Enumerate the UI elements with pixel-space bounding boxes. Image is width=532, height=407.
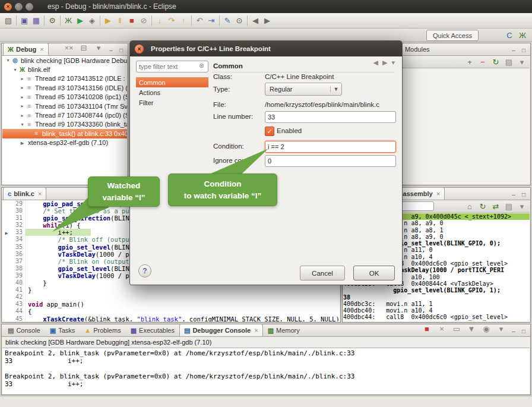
maximize-view-icon[interactable]: □ — [520, 191, 527, 198]
clear-filter-icon[interactable]: ⊗ — [199, 62, 204, 69]
cancel-button[interactable]: Cancel — [300, 266, 345, 280]
close-tab-icon[interactable]: × — [40, 46, 43, 53]
step-return-icon[interactable]: ↑ — [178, 15, 189, 27]
type-dropdown[interactable]: Regular ▼ — [265, 83, 342, 96]
save-all-icon[interactable]: ▦ — [30, 15, 42, 27]
tree-expander[interactable]: ▾ — [19, 122, 26, 127]
dialog-nav-actions[interactable]: Actions — [136, 87, 208, 97]
tab-memory[interactable]: ▥Memory — [263, 324, 305, 336]
cpp-perspective-icon[interactable]: C — [504, 29, 515, 41]
tab-console[interactable]: ▤Console — [3, 324, 45, 336]
tree-item[interactable]: ▾◎blink checking [GDB Hardware Debug — [2, 56, 127, 65]
debug-perspective-icon[interactable]: Ж — [517, 29, 528, 41]
view-menu-icon[interactable]: ▾ — [516, 200, 528, 212]
disasm-line[interactable]: vTaskDelay(1000 / portTICK_PERI — [343, 321, 530, 321]
last-edit-location-icon[interactable]: ◀ — [249, 15, 261, 27]
run-icon[interactable]: ▶ — [74, 15, 86, 27]
line-number-input[interactable] — [265, 111, 396, 123]
tab-debug[interactable]: Ж Debug × — [3, 43, 49, 55]
tree-item[interactable]: ▸xtensa-esp32-elf-gdb (7.10) — [2, 138, 127, 147]
tree-item[interactable]: ▾≡Thread #9 1073433360 (blink_task — [2, 120, 127, 129]
maximize-view-icon[interactable]: □ — [520, 47, 527, 53]
debug-icon[interactable]: Ж — [62, 15, 74, 27]
tab-problems[interactable]: ▲Problems — [80, 324, 125, 336]
tree-expander[interactable]: ▾ — [12, 67, 18, 72]
tree-item[interactable]: ▸≡Thread #6 1073431104 (Tmr Svc) (S — [2, 102, 127, 111]
save-icon[interactable]: ▣ — [18, 15, 30, 27]
tree-expander[interactable]: ▾ — [5, 58, 11, 63]
step-over-icon[interactable]: ↷ — [166, 15, 178, 27]
disasm-line[interactable]: 400dbc40: movi.n a10, 4 — [343, 307, 530, 314]
remove-register-group-icon[interactable]: − — [477, 56, 489, 68]
dialog-nav-filter[interactable]: Filter — [136, 97, 208, 108]
minimize-view-icon[interactable]: – — [510, 191, 517, 198]
minimize-view-icon[interactable]: – — [107, 47, 115, 53]
tree-item[interactable]: ▸≡Thread #5 1073410208 (ipc1) (Susp — [2, 93, 127, 102]
quick-access-button[interactable]: Quick Access — [426, 30, 479, 41]
disasm-line[interactable]: gpio_set_level(BLINK_GPIO, 1); — [343, 287, 530, 294]
code-line[interactable]: 42 — [2, 294, 340, 301]
tree-expander[interactable]: ▸ — [19, 113, 26, 118]
layout-icon[interactable]: ▤ — [503, 56, 515, 68]
tree-item[interactable]: ▸≡Thread #7 1073408744 (ipc0) (Susp — [2, 111, 127, 119]
enabled-checkbox[interactable]: ✓ — [265, 127, 274, 136]
minimize-view-icon[interactable]: – — [510, 47, 517, 53]
window-maximize-button[interactable] — [26, 3, 33, 11]
tab-executables[interactable]: ▦Executables — [126, 324, 179, 336]
pin-console-icon[interactable]: ◉ — [480, 323, 492, 335]
refresh-icon[interactable]: ↻ — [477, 200, 489, 212]
close-tab-icon[interactable]: × — [436, 190, 440, 197]
tab-tasks[interactable]: ▣Tasks — [45, 324, 80, 336]
console-output[interactable]: Breakpoint 2, blink_task (pvParameter=0x… — [2, 348, 530, 394]
disconnect-icon[interactable]: ⊘ — [138, 15, 150, 27]
new-file-icon[interactable]: ✎ — [221, 15, 233, 27]
refresh-icon[interactable]: ↻ — [490, 56, 502, 68]
dialog-nav-common[interactable]: Common — [136, 77, 208, 87]
remove-console-icon[interactable]: × — [436, 323, 448, 335]
ignore-count-input[interactable] — [265, 155, 396, 167]
close-tab-icon[interactable]: × — [38, 190, 42, 197]
search-icon[interactable]: ⊙ — [233, 15, 245, 27]
tree-item[interactable]: ▾Жblink.elf — [2, 65, 127, 74]
resume-icon[interactable]: ▶ — [102, 15, 114, 27]
home-icon[interactable]: ⌂ — [464, 200, 476, 212]
menu-chevron-icon[interactable]: ▾ — [391, 59, 395, 67]
window-minimize-button[interactable] — [15, 3, 23, 11]
code-line[interactable]: 43void app_main() — [2, 301, 340, 308]
next-edit-location-icon[interactable]: ▶ — [261, 15, 273, 27]
code-line[interactable]: 41} — [2, 286, 340, 294]
tree-expander[interactable]: ▸ — [19, 85, 26, 90]
add-register-group-icon[interactable]: + — [464, 56, 476, 68]
maximize-view-icon[interactable]: □ — [520, 328, 527, 335]
code-line[interactable]: 45 xTaskCreate(&blink_task, "blink_task"… — [2, 315, 340, 322]
window-close-button[interactable]: × — [4, 3, 12, 11]
minimize-view-icon[interactable]: – — [510, 328, 517, 335]
build-icon[interactable]: ⚙ — [46, 15, 58, 27]
tree-item[interactable]: ▸≡Thread #3 1073413156 (IDLE) (Susp — [2, 83, 127, 92]
suspend-icon[interactable]: ‖ — [114, 15, 126, 27]
tree-expander[interactable]: ▸ — [19, 76, 26, 81]
drop-to-frame-icon[interactable]: ↶ — [194, 15, 205, 27]
filter-input[interactable] — [136, 61, 208, 72]
instruction-stepping-icon[interactable]: ⇥ — [205, 15, 217, 27]
disasm-line[interactable]: 400dbc3c: movi.n a11, 1 — [343, 301, 530, 307]
code-line[interactable]: 44{ — [2, 308, 340, 315]
forward-icon[interactable]: ▶ — [382, 59, 387, 67]
step-into-icon[interactable]: ↓ — [154, 15, 166, 27]
close-tab-icon[interactable]: × — [254, 327, 258, 334]
terminate-console-icon[interactable]: ■ — [421, 323, 433, 335]
view-menu-icon[interactable]: ▾ — [93, 42, 104, 53]
back-icon[interactable]: ◀ — [373, 59, 378, 67]
scroll-lock-icon[interactable]: ▼ — [466, 323, 477, 335]
sync-icon[interactable]: ⇄ — [490, 200, 502, 212]
view-menu-icon[interactable]: ▾ — [516, 56, 528, 68]
disasm-line[interactable]: 38 — [343, 294, 530, 301]
dialog-close-button[interactable]: × — [135, 45, 144, 53]
new-wizard-icon[interactable]: ▧ — [2, 15, 14, 27]
tree-item[interactable]: ≡blink_task() at blink.c:33 0x400db — [2, 129, 127, 138]
display-console-menu-icon[interactable]: ▾ — [495, 323, 507, 335]
show-source-icon[interactable]: ▤ — [503, 200, 515, 212]
remove-all-terminated-icon[interactable]: ×× — [63, 42, 75, 53]
ok-button[interactable]: OK — [353, 266, 395, 280]
tree-item[interactable]: ▸≡Thread #2 1073413512 (IDLE : Runn — [2, 74, 127, 83]
